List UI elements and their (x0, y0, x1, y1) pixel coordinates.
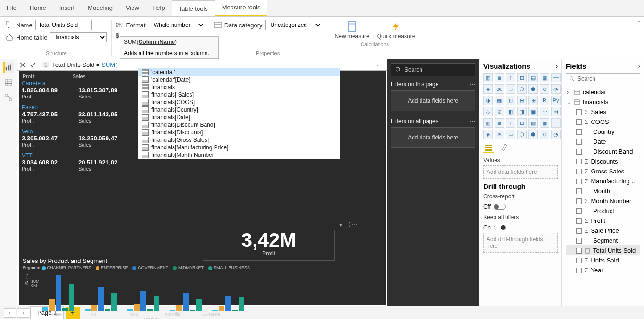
fields-search-input[interactable]: Search (566, 73, 640, 84)
menu-help[interactable]: Help (146, 0, 172, 16)
viz-type-button[interactable]: ◈ (483, 130, 493, 139)
page-prev-button[interactable]: ‹ (4, 308, 16, 318)
viz-type-button[interactable]: ⫼ (495, 73, 504, 82)
field-checkbox[interactable] (576, 238, 582, 244)
model-view-button[interactable] (3, 92, 14, 103)
field-item[interactable]: ΣDiscounts (566, 156, 640, 166)
menu-measure-tools[interactable]: Measure tools (215, 0, 268, 16)
viz-type-button[interactable]: ◔ (551, 130, 561, 139)
filter-icon[interactable]: ▾ (339, 221, 342, 228)
bar[interactable] (176, 305, 182, 311)
viz-type-button[interactable]: ▤ (528, 118, 538, 128)
viz-type-button[interactable]: ◔ (551, 84, 561, 94)
drill-well[interactable]: Add drill-through fields here (483, 233, 558, 253)
field-item[interactable]: Discount Band (566, 147, 640, 156)
field-checkbox[interactable] (576, 159, 582, 164)
field-item[interactable]: Month (566, 186, 640, 196)
field-item[interactable]: ΣCOGS (566, 117, 640, 127)
intellisense-item[interactable]: financials[Country] (138, 106, 340, 114)
field-item[interactable]: ΣSales (566, 107, 640, 117)
field-checkbox[interactable] (576, 129, 582, 135)
filters-search-input[interactable]: Search (391, 63, 475, 76)
name-input[interactable] (35, 20, 92, 30)
field-checkbox[interactable] (576, 109, 582, 115)
field-item[interactable]: Date (566, 137, 640, 147)
more-icon[interactable]: ⋯ (352, 221, 357, 228)
bar[interactable] (111, 293, 117, 311)
menu-view[interactable]: View (119, 0, 146, 16)
viz-type-button[interactable]: ⫿ (506, 73, 515, 82)
bar[interactable] (140, 291, 146, 311)
field-item[interactable]: ΣUnits Sold (566, 255, 640, 265)
viz-type-button[interactable]: ▭ (506, 84, 515, 94)
format-tab[interactable] (499, 143, 510, 153)
intellisense-item[interactable]: financials[Discount Band] (138, 121, 340, 129)
viz-type-button[interactable]: ▥ (483, 73, 493, 82)
bar[interactable] (225, 296, 231, 311)
intellisense-item[interactable]: financials[COGS] (138, 98, 340, 106)
bar[interactable] (147, 309, 153, 311)
bar[interactable] (105, 309, 110, 311)
viz-type-button[interactable]: ⫿ (506, 118, 515, 128)
bar[interactable] (69, 284, 74, 311)
intellisense-popup[interactable]: 'calendar''calendar'[Date]financialsfina… (138, 68, 340, 159)
fields-collapse-icon[interactable]: › (638, 63, 640, 70)
viz-type-button[interactable]: ⇉ (551, 107, 561, 116)
intellisense-item[interactable]: financials[ Sales] (138, 91, 340, 98)
field-checkbox[interactable] (576, 228, 582, 234)
field-checkbox[interactable] (576, 149, 582, 155)
menu-table-tools[interactable]: Table tools (172, 0, 215, 16)
commit-formula-button[interactable] (29, 61, 37, 69)
quick-measure-button[interactable]: Quick measure (373, 20, 419, 41)
table-node[interactable]: ›calendar (566, 87, 640, 97)
keep-filters-toggle[interactable]: On (483, 224, 506, 231)
field-checkbox[interactable] (576, 139, 582, 145)
report-view-button[interactable] (3, 62, 14, 73)
viz-type-button[interactable]: ◑ (483, 96, 493, 105)
bar[interactable] (190, 310, 195, 311)
viz-type-button[interactable]: ⊞ (528, 96, 538, 105)
viz-type-button[interactable]: ⊟ (517, 96, 527, 105)
viz-type-button[interactable]: ⬡ (517, 84, 527, 94)
viz-type-button[interactable]: ⊡ (506, 96, 515, 105)
viz-type-button[interactable]: ▭ (506, 130, 515, 139)
menu-insert[interactable]: Insert (53, 0, 82, 16)
intellisense-item[interactable]: 'calendar' (138, 68, 340, 76)
viz-type-button[interactable]: ⊞ (517, 73, 527, 82)
currency-icon[interactable]: $ (116, 32, 119, 39)
field-checkbox[interactable] (576, 268, 582, 273)
cross-report-toggle[interactable]: Off (483, 204, 506, 210)
bar[interactable] (154, 296, 159, 311)
bar[interactable] (42, 307, 48, 311)
intellisense-item[interactable]: financials[Gross Sales] (138, 136, 340, 144)
bar[interactable] (85, 309, 91, 311)
field-checkbox[interactable] (576, 258, 582, 263)
bar[interactable] (239, 297, 244, 311)
field-checkbox[interactable] (576, 188, 582, 194)
filters-all-more-icon[interactable]: ⋯ (470, 118, 475, 124)
formula-text[interactable]: Total Units Sold = SUM( (52, 61, 117, 68)
field-checkbox[interactable] (576, 198, 582, 204)
bar[interactable] (127, 309, 133, 311)
viz-type-button[interactable]: ⩕ (495, 84, 504, 94)
bar[interactable] (219, 306, 224, 311)
viz-type-button[interactable]: ▥ (483, 118, 493, 128)
field-item[interactable]: ΣMonth Number (566, 196, 640, 206)
fields-tab[interactable] (483, 143, 494, 153)
menu-file[interactable]: File (0, 0, 23, 16)
viz-type-button[interactable]: ▤ (528, 73, 538, 82)
formula-dropdown-icon[interactable]: ⌄ (375, 61, 383, 69)
datacat-select[interactable]: Uncategorized (265, 20, 322, 30)
field-item[interactable]: Total Units Sold (566, 245, 640, 255)
viz-type-button[interactable]: 〰 (551, 73, 561, 82)
viz-type-button[interactable]: ⬢ (528, 84, 538, 94)
bar[interactable] (170, 310, 175, 311)
visual-header-icons[interactable]: ▾ ⛶ ⋯ (339, 221, 357, 228)
focus-icon[interactable]: ⛶ (344, 221, 350, 228)
hometable-select[interactable]: financials (50, 32, 107, 42)
filters-page-well[interactable]: Add data fields here (391, 90, 475, 111)
field-checkbox[interactable] (576, 218, 582, 224)
bar[interactable] (134, 304, 140, 311)
viz-type-button[interactable]: ◈ (483, 84, 493, 94)
field-item[interactable]: ΣYear (566, 265, 640, 275)
